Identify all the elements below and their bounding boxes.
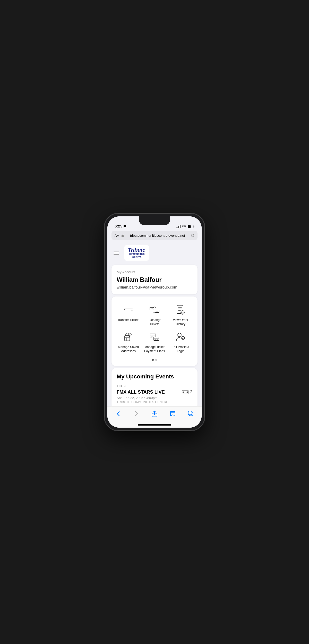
- svg-point-10: [178, 333, 181, 337]
- home-indicator: [138, 424, 171, 426]
- events-section-title: My Upcoming Events: [117, 373, 192, 380]
- action-manage-ticket-payment-plans[interactable]: Manage Ticket Payment Plans: [143, 331, 166, 353]
- signal-icon: [176, 225, 181, 228]
- manage-saved-addresses-label: Manage Saved Addresses: [117, 345, 140, 353]
- phone-screen: 6:25: [107, 216, 202, 428]
- status-icons: [176, 225, 194, 228]
- logo-centre: Centre: [132, 256, 142, 259]
- event-venue: TRIBUTE COMMUNITIES CENTRE: [117, 400, 168, 404]
- phone-frame: 6:25: [104, 213, 205, 431]
- status-time: 6:25: [115, 224, 126, 228]
- edit-profile-login-label: Edit Profile & Login: [169, 345, 192, 353]
- exchange-tickets-label: Exchange Tickets: [143, 318, 166, 326]
- aa-button[interactable]: AA: [115, 234, 119, 238]
- view-order-history-label: View Order History: [169, 318, 192, 326]
- action-edit-profile-login[interactable]: Edit Profile & Login: [169, 331, 192, 353]
- notch: [139, 216, 170, 225]
- account-email: william.balfour@oakviewgroup.com: [117, 285, 192, 289]
- svg-rect-9: [154, 337, 159, 341]
- svg-rect-2: [122, 235, 124, 237]
- action-view-order-history[interactable]: View Order History: [169, 304, 192, 326]
- hamburger-menu[interactable]: [113, 250, 120, 256]
- back-button[interactable]: [113, 409, 124, 418]
- svg-rect-17: [188, 411, 192, 415]
- transfer-tickets-label: Transfer Tickets: [117, 318, 139, 322]
- view-order-history-icon: [175, 304, 186, 316]
- svg-point-14: [187, 392, 188, 393]
- lock-icon: [121, 234, 124, 237]
- time-display: 6:25: [115, 224, 122, 228]
- site-logo[interactable]: Tribute communities Centre: [124, 245, 149, 261]
- ticket-icon: [182, 389, 188, 395]
- quick-actions-card: Transfer Tickets: [111, 296, 198, 366]
- account-label: My Account: [117, 270, 192, 274]
- dot-2: [155, 359, 157, 361]
- exchange-tickets-icon: [149, 304, 160, 316]
- pagination-dots: [117, 359, 192, 361]
- upcoming-events-card: My Upcoming Events TCC25 FMX ALL STARS L…: [111, 368, 198, 406]
- wifi-icon: [182, 225, 186, 228]
- share-button[interactable]: [149, 409, 160, 418]
- bookmarks-button[interactable]: [167, 409, 178, 418]
- refresh-icon[interactable]: [191, 234, 194, 237]
- forward-button[interactable]: [131, 409, 142, 418]
- battery-icon: [188, 225, 194, 228]
- edit-profile-login-icon: [175, 331, 186, 343]
- manage-ticket-payment-plans-icon: [149, 331, 160, 343]
- manage-ticket-payment-plans-label: Manage Ticket Payment Plans: [143, 345, 166, 353]
- action-exchange-tickets[interactable]: Exchange Tickets: [143, 304, 166, 326]
- event-row: FMX ALL STARS LIVE Sat, Feb 22, 2025 • 4…: [117, 389, 192, 404]
- svg-rect-1: [188, 225, 191, 228]
- logo-tribute: Tribute: [128, 247, 145, 252]
- manage-saved-addresses-icon: [123, 331, 134, 343]
- action-manage-saved-addresses[interactable]: Manage Saved Addresses: [117, 331, 140, 353]
- url-display[interactable]: tributecommunitiescentre.evenue.net: [126, 234, 189, 238]
- hamburger-line-3: [114, 255, 119, 255]
- svg-point-6: [181, 311, 184, 314]
- event-name: FMX ALL STARS LIVE: [117, 389, 168, 395]
- dot-1: [152, 359, 154, 361]
- account-name: William Balfour: [117, 276, 192, 283]
- action-transfer-tickets[interactable]: Transfer Tickets: [117, 304, 140, 326]
- address-bar-area: AA tributecommunitiescentre.evenue.net: [107, 230, 202, 242]
- tabs-button[interactable]: [185, 409, 196, 418]
- hamburger-line-1: [114, 251, 119, 251]
- event-details: FMX ALL STARS LIVE Sat, Feb 22, 2025 • 4…: [117, 389, 168, 404]
- actions-grid: Transfer Tickets: [117, 302, 192, 356]
- nav-header: Tribute communities Centre: [107, 242, 202, 263]
- transfer-tickets-icon: [123, 304, 134, 316]
- account-card: My Account William Balfour william.balfo…: [111, 265, 198, 294]
- bookmark-icon: [123, 224, 126, 228]
- svg-point-13: [183, 392, 184, 393]
- ticket-count: 2: [190, 390, 192, 394]
- hamburger-line-2: [114, 253, 119, 253]
- event-date: Sat, Feb 22, 2025 • 4:00pm: [117, 396, 168, 400]
- main-content: Tribute communities Centre My Account Wi…: [107, 242, 202, 406]
- address-bar[interactable]: AA tributecommunitiescentre.evenue.net: [111, 231, 198, 240]
- event-code: TCC25: [117, 384, 192, 388]
- ticket-count-badge: 2: [182, 389, 192, 395]
